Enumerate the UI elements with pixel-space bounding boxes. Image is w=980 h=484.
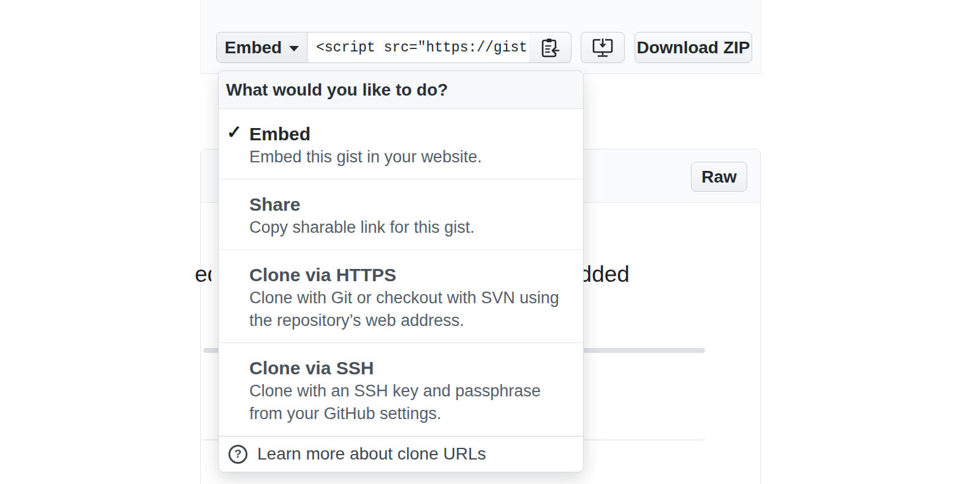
download-zip-label: Download ZIP — [636, 38, 750, 58]
download-gist-button[interactable] — [581, 32, 625, 63]
menu-item-title: Clone via HTTPS — [249, 263, 578, 287]
menu-item-clone-ssh[interactable]: Clone via SSH Clone with an SSH key and … — [219, 343, 583, 436]
copy-to-clipboard-button[interactable] — [529, 32, 571, 63]
menu-item-share[interactable]: Share Copy sharable link for this gist. — [219, 180, 583, 250]
raw-button[interactable]: Raw — [691, 162, 747, 192]
menu-item-title: Embed — [249, 123, 578, 146]
embed-options-menu: What would you like to do? ✓ Embed Embed… — [218, 70, 584, 472]
menu-item-description: Clone with Git or checkout with SVN usin… — [249, 287, 578, 332]
question-icon: ? — [228, 445, 247, 464]
embed-url-input[interactable] — [307, 32, 530, 63]
menu-item-description: Copy sharable link for this gist. — [249, 216, 578, 239]
embed-dropdown-button[interactable]: Embed — [216, 32, 307, 63]
learn-more-label: Learn more about clone URLs — [257, 444, 486, 464]
clipboard-copy-icon — [540, 37, 560, 58]
clipped-text-fragment-left: ed — [195, 261, 211, 288]
menu-item-description: Clone with an SSH key and passphrase fro… — [249, 380, 578, 425]
menu-item-embed[interactable]: ✓ Embed Embed this gist in your website. — [219, 109, 583, 180]
menu-item-title: Share — [249, 193, 578, 216]
download-zip-button[interactable]: Download ZIP — [635, 32, 752, 63]
menu-header: What would you like to do? — [219, 71, 583, 109]
desktop-download-icon — [592, 38, 614, 58]
raw-button-label: Raw — [701, 167, 737, 187]
caret-down-icon — [289, 46, 299, 51]
embed-dropdown-button-label: Embed — [225, 38, 282, 58]
menu-item-title: Clone via SSH — [249, 357, 578, 380]
learn-more-clone-urls-link[interactable]: ? Learn more about clone URLs — [219, 436, 583, 472]
check-icon: ✓ — [227, 121, 242, 143]
menu-item-description: Embed this gist in your website. — [249, 146, 578, 168]
menu-item-clone-https[interactable]: Clone via HTTPS Clone with Git or checko… — [219, 250, 583, 343]
